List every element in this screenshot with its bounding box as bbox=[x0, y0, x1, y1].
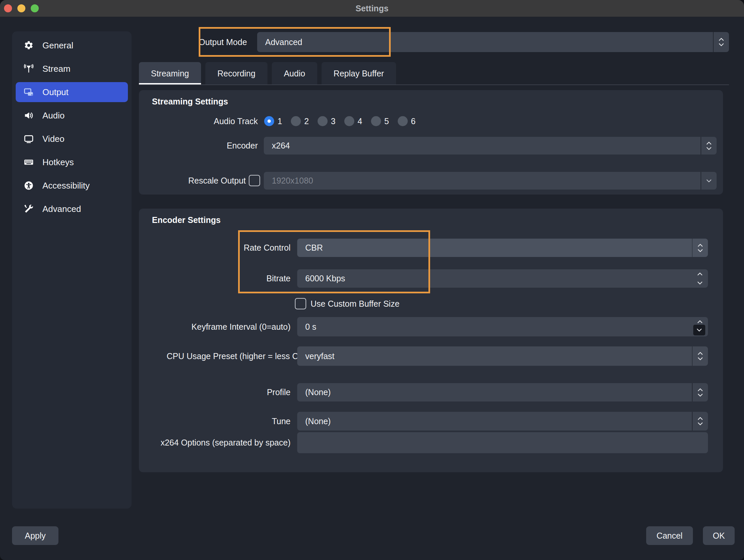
output-mode-select[interactable]: Advanced bbox=[257, 32, 729, 52]
x264-options-label: x264 Options (separated by space) bbox=[139, 432, 291, 453]
radio-label: 5 bbox=[384, 117, 389, 126]
spin-up-icon[interactable] bbox=[697, 272, 703, 276]
audio-track-radio-group: 1 2 3 4 5 6 bbox=[264, 116, 415, 126]
rate-control-value: CBR bbox=[305, 243, 323, 253]
output-mode-value: Advanced bbox=[265, 37, 302, 47]
keyframe-interval-label: Keyframe Interval (0=auto) bbox=[139, 317, 291, 336]
sidebar-item-hotkeys[interactable]: Hotkeys bbox=[16, 152, 128, 172]
sidebar-item-label: General bbox=[42, 40, 73, 51]
sidebar-item-audio[interactable]: Audio bbox=[16, 106, 128, 125]
audio-track-option-3[interactable]: 3 bbox=[318, 116, 336, 126]
sidebar-item-label: Stream bbox=[42, 64, 70, 74]
settings-sidebar: General Stream Output Audio bbox=[12, 31, 132, 509]
radio-icon bbox=[291, 116, 301, 126]
cancel-button[interactable]: Cancel bbox=[646, 526, 693, 545]
streaming-settings-title: Streaming Settings bbox=[152, 97, 228, 107]
ok-button[interactable]: OK bbox=[703, 526, 735, 545]
stepper-icon bbox=[701, 137, 717, 155]
sidebar-item-output[interactable]: Output bbox=[16, 82, 128, 102]
keyframe-interval-value: 0 s bbox=[305, 322, 316, 332]
tune-label: Tune bbox=[139, 412, 291, 431]
profile-select[interactable]: (None) bbox=[297, 383, 708, 401]
audio-track-option-1[interactable]: 1 bbox=[264, 116, 282, 126]
sidebar-item-video[interactable]: Video bbox=[16, 129, 128, 149]
tab-label: Recording bbox=[217, 69, 256, 78]
tab-label: Streaming bbox=[151, 69, 189, 78]
encoder-label: Encoder bbox=[139, 137, 258, 155]
rescale-resolution-select[interactable]: 1920x1080 bbox=[264, 172, 717, 190]
title-bar: Settings bbox=[0, 0, 744, 17]
rescale-output-checkbox[interactable] bbox=[249, 175, 260, 186]
stepper-icon bbox=[692, 412, 708, 431]
apply-button[interactable]: Apply bbox=[12, 526, 59, 545]
rescale-resolution-value: 1920x1080 bbox=[272, 176, 313, 186]
accessibility-icon bbox=[23, 180, 34, 191]
spin-down-icon[interactable] bbox=[697, 281, 703, 285]
use-custom-buffer-size-label: Use Custom Buffer Size bbox=[310, 298, 399, 309]
radio-label: 1 bbox=[277, 117, 282, 126]
settings-window: Settings General Stream Output bbox=[0, 0, 744, 560]
sidebar-item-label: Hotkeys bbox=[42, 157, 74, 167]
rescale-output-label: Rescale Output bbox=[139, 172, 246, 190]
tab-recording[interactable]: Recording bbox=[206, 62, 267, 85]
audio-track-option-5[interactable]: 5 bbox=[371, 116, 389, 126]
radio-icon bbox=[318, 116, 328, 126]
sidebar-item-label: Accessibility bbox=[42, 181, 90, 191]
cpu-usage-preset-select[interactable]: veryfast bbox=[297, 347, 708, 366]
radio-selected-icon bbox=[264, 116, 274, 126]
sidebar-item-general[interactable]: General bbox=[16, 35, 128, 55]
chevron-down-icon bbox=[701, 172, 717, 190]
audio-track-option-4[interactable]: 4 bbox=[344, 116, 362, 126]
use-custom-buffer-size-checkbox[interactable] bbox=[295, 298, 306, 309]
tab-label: Audio bbox=[284, 69, 305, 78]
radio-icon bbox=[344, 116, 354, 126]
tab-audio[interactable]: Audio bbox=[272, 62, 317, 85]
rate-control-label: Rate Control bbox=[139, 239, 291, 257]
rate-control-select[interactable]: CBR bbox=[297, 239, 708, 257]
tab-streaming[interactable]: Streaming bbox=[139, 62, 201, 85]
bitrate-spinbox[interactable]: 6000 Kbps bbox=[297, 269, 708, 288]
sidebar-item-advanced[interactable]: Advanced bbox=[16, 199, 128, 219]
radio-icon bbox=[371, 116, 381, 126]
cpu-usage-preset-label: CPU Usage Preset (higher = less CPU) bbox=[139, 347, 312, 366]
bitrate-value: 6000 Kbps bbox=[305, 274, 345, 283]
tune-value: (None) bbox=[305, 416, 331, 426]
monitor-icon bbox=[23, 133, 34, 145]
stepper-icon bbox=[713, 32, 729, 52]
sidebar-item-label: Audio bbox=[42, 111, 65, 121]
stepper-icon bbox=[692, 383, 708, 401]
stepper-icon bbox=[692, 239, 708, 257]
encoder-value: x264 bbox=[272, 141, 290, 151]
radio-icon bbox=[398, 116, 408, 126]
tune-select[interactable]: (None) bbox=[297, 412, 708, 431]
window-title: Settings bbox=[0, 0, 744, 17]
tools-icon bbox=[23, 203, 34, 214]
tab-label: Replay Buffer bbox=[334, 69, 384, 78]
sidebar-item-stream[interactable]: Stream bbox=[16, 59, 128, 79]
tab-divider bbox=[139, 84, 729, 85]
radio-label: 2 bbox=[304, 117, 309, 126]
cpu-usage-preset-value: veryfast bbox=[305, 351, 335, 361]
audio-track-option-2[interactable]: 2 bbox=[291, 116, 309, 126]
encoder-settings-panel: Encoder Settings Rate Control CBR Bitrat… bbox=[139, 209, 723, 472]
audio-track-option-6[interactable]: 6 bbox=[398, 116, 416, 126]
sidebar-item-accessibility[interactable]: Accessibility bbox=[16, 175, 128, 196]
sidebar-item-label: Output bbox=[42, 87, 69, 97]
streaming-settings-panel: Streaming Settings Audio Track 1 2 3 4 5 bbox=[139, 90, 723, 195]
radio-label: 4 bbox=[358, 117, 362, 126]
sidebar-item-label: Video bbox=[42, 134, 65, 144]
x264-options-input[interactable] bbox=[297, 432, 708, 453]
bitrate-label: Bitrate bbox=[139, 269, 291, 288]
keyframe-interval-spinbox[interactable]: 0 s bbox=[297, 317, 708, 336]
speaker-icon bbox=[23, 110, 34, 121]
profile-label: Profile bbox=[139, 383, 291, 401]
spin-down-icon[interactable] bbox=[693, 325, 705, 335]
encoder-select[interactable]: x264 bbox=[264, 137, 717, 155]
spin-up-icon[interactable] bbox=[697, 320, 703, 323]
output-mode-label: Output Mode bbox=[199, 32, 257, 52]
stepper-icon bbox=[692, 347, 708, 366]
sidebar-item-label: Advanced bbox=[42, 204, 81, 214]
tab-replay-buffer[interactable]: Replay Buffer bbox=[322, 62, 396, 85]
profile-value: (None) bbox=[305, 388, 331, 397]
gear-icon bbox=[23, 40, 34, 51]
